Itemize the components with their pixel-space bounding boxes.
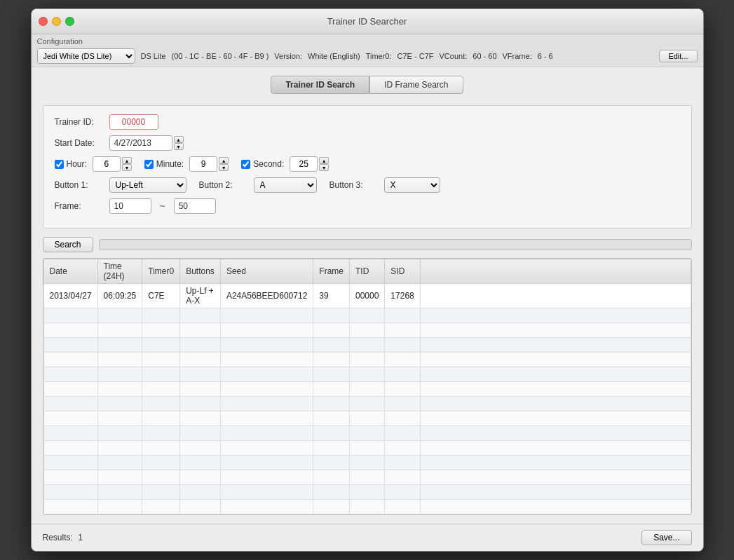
frame-label: Frame:	[55, 201, 104, 211]
table-cell-empty	[349, 353, 384, 367]
hour-arrows: ▲ ▼	[122, 157, 132, 171]
table-row-empty	[43, 411, 691, 426]
table-cell-empty	[180, 397, 221, 411]
form-section: Trainer ID: Start Date: ▲ ▼ Hour:	[43, 105, 692, 228]
start-date-up-arrow[interactable]: ▲	[174, 136, 184, 143]
table-cell-empty	[313, 426, 350, 441]
table-cell-empty	[420, 411, 691, 426]
col-timer0: Timer0	[142, 259, 180, 284]
timer0-label: Timer0:	[366, 52, 392, 60]
table-cell-empty	[142, 485, 180, 500]
minimize-button[interactable]	[52, 17, 61, 26]
table-cell-empty	[180, 323, 221, 338]
minute-up-arrow[interactable]: ▲	[219, 157, 229, 164]
second-down-arrow[interactable]: ▼	[319, 164, 329, 171]
table-cell-empty	[142, 470, 180, 485]
col-seed: Seed	[220, 259, 313, 284]
maximize-button[interactable]	[65, 17, 74, 26]
table-cell-empty	[313, 323, 350, 338]
table-cell-empty	[43, 470, 97, 485]
table-cell-empty	[220, 338, 313, 353]
table-cell-empty	[180, 500, 221, 514]
results-count: 1	[78, 533, 83, 542]
search-progress-bar	[99, 239, 692, 250]
start-date-row: Start Date: ▲ ▼	[55, 135, 680, 151]
save-button[interactable]: Save...	[641, 530, 691, 545]
minute-checkbox[interactable]	[144, 160, 154, 169]
minute-input[interactable]	[189, 156, 217, 172]
frame-max-input[interactable]	[174, 198, 216, 214]
second-input[interactable]	[290, 156, 318, 172]
button3-select[interactable]: X Y L R None	[384, 177, 440, 193]
table-cell: 17268	[385, 284, 420, 308]
window-title: Trainer ID Searcher	[327, 16, 407, 27]
table-row-empty	[43, 308, 691, 323]
table-cell-empty	[385, 500, 420, 514]
table-cell-empty	[180, 441, 221, 456]
col-date: Date	[43, 259, 97, 284]
results-text: Results:	[43, 533, 73, 542]
table-cell: 2013/04/27	[43, 284, 97, 308]
table-cell-empty	[180, 456, 221, 470]
frame-min-input[interactable]	[109, 198, 151, 214]
hour-checkbox[interactable]	[55, 160, 64, 169]
table-row-empty	[43, 441, 691, 456]
close-button[interactable]	[39, 17, 48, 26]
table-row-empty	[43, 456, 691, 470]
table-cell-empty	[385, 308, 420, 323]
button1-label: Button 1:	[55, 180, 104, 190]
edit-button[interactable]: Edit...	[659, 50, 697, 62]
table-cell-empty	[180, 426, 221, 441]
trainer-id-input[interactable]	[109, 114, 158, 130]
table-cell-empty	[43, 397, 97, 411]
table-cell-empty	[142, 441, 180, 456]
minute-down-arrow[interactable]: ▼	[219, 164, 229, 171]
table-cell-empty	[220, 353, 313, 367]
hour-up-arrow[interactable]: ▲	[122, 157, 132, 164]
table-cell-empty	[349, 397, 384, 411]
tab-trainer-id-search[interactable]: Trainer ID Search	[271, 76, 369, 94]
table-cell-empty	[97, 411, 142, 426]
table-cell-empty	[220, 411, 313, 426]
table-cell-empty	[420, 397, 691, 411]
table-cell-empty	[142, 323, 180, 338]
search-bar: Search	[43, 237, 692, 252]
version-label: Version:	[274, 52, 302, 60]
table-cell-empty	[385, 353, 420, 367]
button2-select[interactable]: A B X Y L R None	[254, 177, 317, 193]
table-cell-empty	[385, 397, 420, 411]
search-button[interactable]: Search	[43, 237, 93, 252]
bottom-bar: Results: 1 Save...	[32, 524, 703, 551]
table-cell-empty	[220, 397, 313, 411]
table-cell-empty	[420, 323, 691, 338]
table-cell-empty	[349, 456, 384, 470]
hour-down-arrow[interactable]: ▼	[122, 164, 132, 171]
vcount-value: 60 - 60	[473, 52, 496, 60]
table-cell-empty	[385, 470, 420, 485]
table-row[interactable]: 2013/04/2706:09:25C7EUp-Lf + A-XA24A56BE…	[43, 284, 691, 308]
tab-id-frame-search[interactable]: ID Frame Search	[369, 76, 463, 94]
second-checkbox[interactable]	[241, 160, 250, 169]
second-group: Second:	[241, 159, 284, 169]
table-cell-empty	[43, 308, 97, 323]
col-time: Time (24H)	[97, 259, 142, 284]
table-cell-empty	[349, 308, 384, 323]
table-cell-empty	[180, 308, 221, 323]
vframe-label: VFrame:	[503, 52, 532, 60]
table-cell: 06:09:25	[97, 284, 142, 308]
table-cell-empty	[385, 441, 420, 456]
col-extra	[420, 259, 691, 284]
trainer-id-row: Trainer ID:	[55, 114, 680, 130]
table-cell-empty	[313, 367, 350, 382]
second-up-arrow[interactable]: ▲	[319, 157, 329, 164]
table-cell-empty	[220, 323, 313, 338]
profile-select[interactable]: Jedi White (DS Lite)	[37, 48, 135, 64]
table-cell-empty	[385, 367, 420, 382]
hour-label: Hour:	[67, 159, 87, 169]
table-cell-empty	[385, 323, 420, 338]
start-date-input[interactable]	[109, 135, 172, 151]
hour-input[interactable]	[93, 156, 121, 172]
start-date-down-arrow[interactable]: ▼	[174, 143, 184, 150]
button1-select[interactable]: Up-Left Up Up-Right Left Right Down-Left…	[109, 177, 186, 193]
table-cell-empty	[220, 441, 313, 456]
